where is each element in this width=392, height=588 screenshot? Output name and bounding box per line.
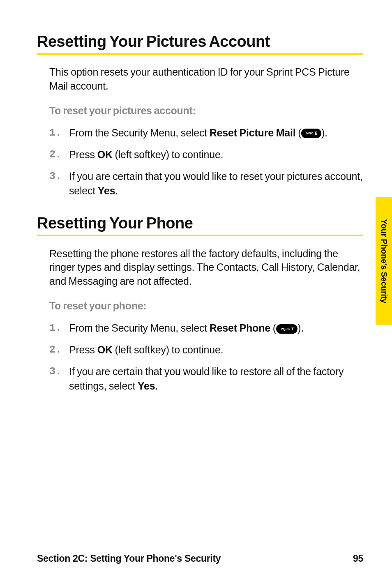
list-item: 1. From the Security Menu, select Reset … [49,321,363,335]
step-body: From the Security Menu, select Reset Pic… [69,126,363,140]
step-text: From the Security Menu, select [69,127,210,138]
steps-reset-pictures: 1. From the Security Menu, select Reset … [49,126,363,198]
step-bold: OK [97,149,113,160]
subhead-reset-pictures: To reset your pictures account: [49,105,363,117]
list-item: 3. If you are certain that you would lik… [49,364,363,393]
step-number: 2. [49,343,69,357]
list-item: 2. Press OK (left softkey) to continue. [49,343,363,357]
key-digit: 7 [291,326,294,331]
steps-reset-phone: 1. From the Security Menu, select Reset … [49,321,363,393]
step-text: (left softkey) to continue. [113,344,224,355]
step-body: If you are certain that you would like t… [69,364,363,393]
step-text: From the Security Menu, select [69,322,210,334]
step-body: Press OK (left softkey) to continue. [69,148,363,162]
step-text: ( [270,322,276,334]
phone-key-icon: MNO6 [301,129,321,138]
step-text: Press [69,149,97,160]
step-text: If you are certain that you would like t… [69,366,344,392]
divider [37,53,363,55]
side-tab-label: Your Phone's Security [379,219,389,303]
step-number: 3. [49,364,69,379]
list-item: 1. From the Security Menu, select Reset … [49,126,363,140]
step-body: Press OK (left softkey) to continue. [69,343,363,357]
list-item: 2. Press OK (left softkey) to continue. [49,148,363,162]
step-text: ). [321,127,327,138]
step-text: . [115,185,118,196]
step-text: . [155,380,158,392]
step-text: Press [69,344,97,355]
step-body: If you are certain that you would like t… [69,169,363,198]
step-number: 2. [49,148,69,162]
page-content: Resetting Your Pictures Account This opt… [0,0,392,393]
step-text: (left softkey) to continue. [113,149,224,160]
intro-reset-pictures: This option resets your authentication I… [49,65,363,93]
step-text: ( [295,127,301,138]
intro-reset-phone: Resetting the phone restores all the fac… [49,247,363,288]
step-bold: OK [97,344,113,355]
side-tab: Your Phone's Security [376,197,392,325]
divider [37,235,363,236]
subhead-reset-phone: To reset your phone: [49,300,363,312]
key-digit: 6 [315,131,318,136]
heading-reset-phone: Resetting Your Phone [37,214,363,232]
step-bold: Reset Picture Mail [210,127,296,138]
footer-section-label: Section 2C: Setting Your Phone's Securit… [37,553,221,564]
step-text: ). [297,322,304,334]
page-footer: Section 2C: Setting Your Phone's Securit… [37,553,363,564]
heading-reset-pictures: Resetting Your Pictures Account [37,33,363,51]
key-letters: MNO [306,132,314,135]
key-letters: PQRS [281,327,290,330]
step-number: 1. [49,126,69,140]
step-body: From the Security Menu, select Reset Pho… [69,321,363,335]
phone-key-icon: PQRS7 [276,324,298,334]
step-bold: Yes [138,380,155,392]
page-number: 95 [353,553,363,564]
step-number: 3. [49,169,69,184]
step-number: 1. [49,321,69,335]
step-bold: Reset Phone [210,322,270,334]
step-bold: Yes [98,185,115,196]
list-item: 3. If you are certain that you would lik… [49,169,363,198]
